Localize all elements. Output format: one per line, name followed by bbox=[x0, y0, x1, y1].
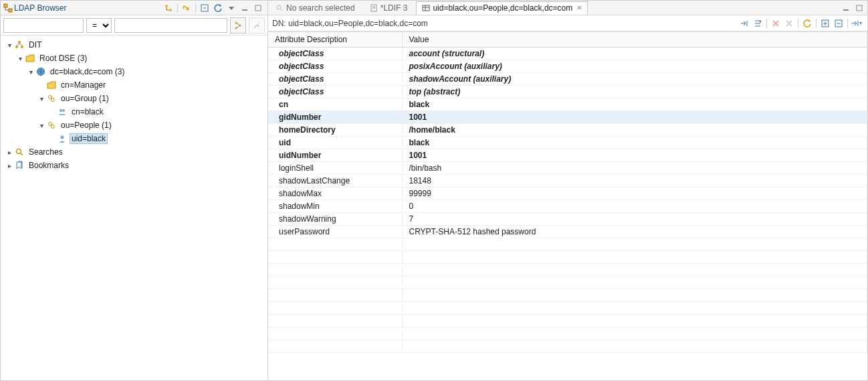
table-row[interactable]: uidNumber1001 bbox=[268, 149, 867, 162]
table-row[interactable]: userPasswordCRYPT-SHA-512 hashed passwor… bbox=[268, 226, 867, 238]
search-icon bbox=[14, 147, 25, 157]
tree-node-searches[interactable]: ▸ Searches bbox=[2, 145, 266, 159]
attr-value-cell[interactable]: top (abstract) bbox=[402, 86, 867, 98]
table-row[interactable]: shadowMin0 bbox=[268, 200, 867, 213]
entry-tab-icon bbox=[422, 4, 430, 12]
ldif-tab-icon bbox=[370, 4, 378, 12]
tree-node-dc[interactable]: ▾ dc=black,dc=com (3) bbox=[2, 65, 266, 78]
filter-attribute-input[interactable] bbox=[3, 18, 84, 33]
attr-value-cell[interactable]: posixAccount (auxiliary) bbox=[402, 60, 867, 73]
svg-line-24 bbox=[21, 153, 23, 155]
twisty-icon[interactable]: ▾ bbox=[26, 68, 35, 76]
attr-name-cell[interactable]: homeDirectory bbox=[268, 124, 402, 137]
table-row[interactable]: objectClassaccount (structural) bbox=[268, 48, 867, 60]
maximize-icon[interactable] bbox=[252, 2, 264, 14]
attr-value-cell[interactable]: black bbox=[402, 98, 867, 111]
table-row-empty bbox=[268, 251, 867, 264]
table-row[interactable]: objectClassshadowAccount (auxiliary) bbox=[268, 73, 867, 86]
settings-dropdown-icon[interactable] bbox=[851, 17, 863, 29]
header-value[interactable]: Value bbox=[402, 32, 867, 48]
attr-name-cell[interactable]: userPassword bbox=[268, 226, 402, 238]
attr-value-cell[interactable]: CRYPT-SHA-512 hashed password bbox=[402, 226, 867, 238]
minimize-icon[interactable] bbox=[239, 2, 251, 14]
table-row[interactable]: uidblack bbox=[268, 137, 867, 149]
attr-name-cell[interactable]: uidNumber bbox=[268, 149, 402, 162]
filter-bar: = bbox=[1, 15, 267, 35]
attr-name-cell[interactable]: gidNumber bbox=[268, 111, 402, 124]
twisty-icon[interactable]: ▾ bbox=[15, 55, 25, 62]
maximize-editor-icon[interactable] bbox=[853, 2, 865, 14]
collapse-all-icon[interactable] bbox=[199, 2, 211, 14]
attr-value-cell[interactable]: /home/black bbox=[402, 124, 867, 137]
table-row[interactable]: shadowWarning7 bbox=[268, 213, 867, 226]
show-dit-icon[interactable] bbox=[162, 2, 175, 14]
svg-rect-1 bbox=[9, 9, 12, 12]
attr-name-cell[interactable]: shadowMax bbox=[268, 187, 402, 200]
tree-node-dit[interactable]: ▾ DIT bbox=[2, 38, 266, 52]
filter-operator-select[interactable]: = bbox=[86, 18, 112, 33]
attribute-grid[interactable]: Attribute Description Value objectClassa… bbox=[268, 31, 867, 380]
twisty-icon[interactable]: ▾ bbox=[5, 42, 14, 49]
delete-value-icon[interactable] bbox=[783, 17, 795, 29]
tab-ldif[interactable]: *LDIF 3 bbox=[364, 1, 414, 15]
attr-name-cell[interactable]: loginShell bbox=[268, 162, 402, 175]
table-row[interactable]: gidNumber1001 bbox=[268, 111, 867, 124]
close-tab-icon[interactable]: ✕ bbox=[576, 4, 582, 11]
twisty-icon[interactable]: ▾ bbox=[37, 122, 46, 129]
table-row[interactable]: shadowMax99999 bbox=[268, 187, 867, 200]
ldap-tree[interactable]: ▾ DIT ▾ Root DSE (3) ▾ dc=black,dc=com (… bbox=[1, 35, 267, 380]
link-icon[interactable] bbox=[181, 2, 193, 14]
collapse-all-attrs-icon[interactable] bbox=[833, 17, 845, 29]
attr-value-cell[interactable]: 18148 bbox=[402, 175, 867, 187]
tree-node-bookmarks[interactable]: ▸ Bookmarks bbox=[2, 159, 266, 172]
attr-name-cell[interactable]: shadowLastChange bbox=[268, 175, 402, 187]
twisty-icon[interactable]: ▸ bbox=[5, 162, 14, 169]
attr-name-cell[interactable]: objectClass bbox=[268, 73, 402, 86]
attr-value-cell[interactable]: 99999 bbox=[402, 187, 867, 200]
filter-value-input[interactable] bbox=[114, 18, 227, 33]
attr-name-cell[interactable]: shadowWarning bbox=[268, 213, 402, 226]
tab-entry[interactable]: uid=black,ou=People,dc=black,dc=com ✕ bbox=[416, 1, 588, 15]
attr-value-cell[interactable]: 1001 bbox=[402, 149, 867, 162]
expand-all-attrs-icon[interactable] bbox=[819, 17, 831, 29]
tree-node-ou-people[interactable]: ▾ ou=People (1) bbox=[2, 119, 266, 132]
tree-node-cn-manager[interactable]: cn=Manager bbox=[2, 78, 266, 92]
attr-value-cell[interactable]: 1001 bbox=[402, 111, 867, 124]
delete-attr-icon[interactable] bbox=[770, 17, 782, 29]
tree-node-uid-black[interactable]: uid=black bbox=[2, 132, 266, 145]
attr-name-cell[interactable]: uid bbox=[268, 137, 402, 149]
table-row[interactable]: objectClasstop (abstract) bbox=[268, 86, 867, 98]
attr-name-cell[interactable]: objectClass bbox=[268, 60, 402, 73]
tree-node-ou-group[interactable]: ▾ ou=Group (1) bbox=[2, 92, 266, 105]
attr-value-cell[interactable]: 0 bbox=[402, 200, 867, 213]
attr-name-cell[interactable]: cn bbox=[268, 98, 402, 111]
search-tab-icon bbox=[276, 4, 284, 12]
attr-value-cell[interactable]: shadowAccount (auxiliary) bbox=[402, 73, 867, 86]
header-attribute[interactable]: Attribute Description bbox=[268, 32, 402, 48]
attr-value-cell[interactable]: /bin/bash bbox=[402, 162, 867, 175]
table-row[interactable]: cnblack bbox=[268, 98, 867, 111]
toggle-autoexpand-icon[interactable] bbox=[752, 17, 764, 29]
attr-value-cell[interactable]: black bbox=[402, 137, 867, 149]
table-row[interactable]: homeDirectory/home/black bbox=[268, 124, 867, 137]
attr-name-cell[interactable]: objectClass bbox=[268, 86, 402, 98]
svg-point-19 bbox=[62, 109, 65, 112]
refresh-attrs-icon[interactable] bbox=[801, 17, 813, 29]
attr-name-cell[interactable]: objectClass bbox=[268, 48, 402, 60]
apply-filter-button[interactable] bbox=[230, 17, 246, 33]
attr-value-cell[interactable]: 7 bbox=[402, 213, 867, 226]
table-row[interactable]: objectClassposixAccount (auxiliary) bbox=[268, 60, 867, 73]
refresh-icon[interactable] bbox=[212, 2, 224, 14]
tree-node-root-dse[interactable]: ▾ Root DSE (3) bbox=[2, 52, 266, 65]
view-menu-icon[interactable] bbox=[225, 2, 237, 14]
table-row[interactable]: shadowLastChange18148 bbox=[268, 175, 867, 187]
twisty-icon[interactable]: ▸ bbox=[5, 149, 14, 156]
toggle-quickfilter-icon[interactable] bbox=[738, 17, 750, 29]
table-row[interactable]: loginShell/bin/bash bbox=[268, 162, 867, 175]
minimize-editor-icon[interactable] bbox=[840, 2, 852, 14]
attr-name-cell[interactable]: shadowMin bbox=[268, 200, 402, 213]
attr-value-cell[interactable]: account (structural) bbox=[402, 48, 867, 60]
tab-no-search[interactable]: No search selected bbox=[269, 1, 361, 15]
twisty-icon[interactable]: ▾ bbox=[37, 95, 46, 102]
tree-node-cn-black[interactable]: cn=black bbox=[2, 105, 266, 119]
